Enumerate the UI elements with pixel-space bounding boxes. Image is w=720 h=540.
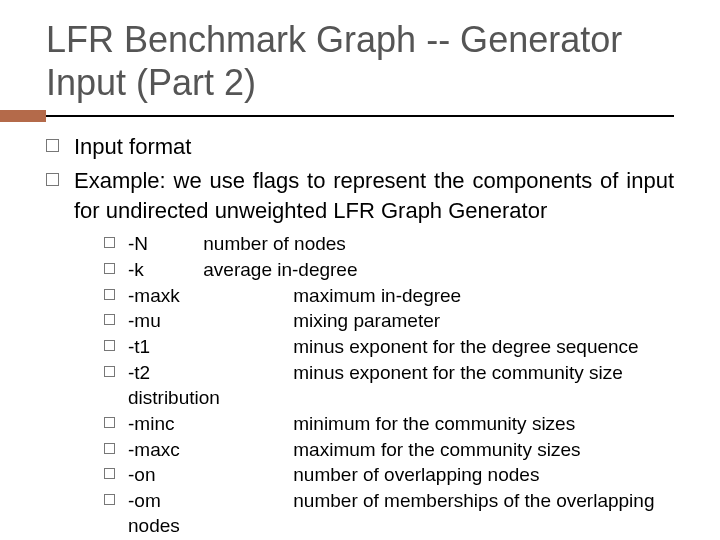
flag-desc: mixing parameter — [203, 308, 440, 334]
level1-list: Input format Example: we use flags to re… — [46, 132, 674, 539]
flag-item: -mu mixing parameter — [104, 308, 674, 334]
level1-item: Input format — [46, 132, 674, 162]
flag-desc: maximum in-degree — [203, 283, 461, 309]
flag-row: -t1 minus exponent for the degree sequen… — [128, 334, 674, 360]
flag-row: -N number of nodes — [128, 231, 674, 257]
flag-row: -on number of overlapping nodes — [128, 462, 674, 488]
title-rule-accent — [0, 110, 46, 122]
flag-row: -k average in-degree — [128, 257, 674, 283]
bullet-box-icon — [104, 366, 115, 377]
bullet-box-icon — [46, 139, 59, 152]
flag-name: -maxc — [128, 437, 198, 463]
flag-name: -t1 — [128, 334, 198, 360]
flag-item: -maxc maximum for the community sizes — [104, 437, 674, 463]
flag-row: -maxk maximum in-degree — [128, 283, 674, 309]
flag-row: -mu mixing parameter — [128, 308, 674, 334]
flag-item: -maxk maximum in-degree — [104, 283, 674, 309]
flag-list: -N number of nodes -k average in-degree … — [74, 231, 674, 539]
flag-row: -om number of memberships of the overlap… — [128, 488, 674, 514]
flag-desc: maximum for the community sizes — [203, 437, 580, 463]
slide-title: LFR Benchmark Graph -- Generator Input (… — [46, 18, 674, 104]
bullet-box-icon — [104, 314, 115, 325]
title-rule — [0, 110, 674, 114]
flag-name: -k — [128, 257, 198, 283]
flag-desc: minus exponent for the community size — [203, 360, 623, 386]
flag-desc: minimum for the community sizes — [203, 411, 575, 437]
flag-item: -om number of memberships of the overlap… — [104, 488, 674, 539]
flag-desc: number of nodes — [203, 231, 346, 257]
flag-name: -on — [128, 462, 198, 488]
slide: LFR Benchmark Graph -- Generator Input (… — [0, 0, 720, 540]
flag-row: -t2 minus exponent for the community siz… — [128, 360, 674, 386]
flag-name: -om — [128, 488, 198, 514]
bullet-box-icon — [46, 173, 59, 186]
level1-item: Example: we use flags to represent the c… — [46, 166, 674, 539]
flag-name: -mu — [128, 308, 198, 334]
bullet-box-icon — [104, 468, 115, 479]
flag-item: -minc minimum for the community sizes — [104, 411, 674, 437]
bullet-box-icon — [104, 263, 115, 274]
flag-item: -t2 minus exponent for the community siz… — [104, 360, 674, 411]
bullet-box-icon — [104, 494, 115, 505]
flag-row: -minc minimum for the community sizes — [128, 411, 674, 437]
flag-desc: minus exponent for the degree sequence — [203, 334, 638, 360]
flag-desc: average in-degree — [203, 257, 357, 283]
flag-item: -on number of overlapping nodes — [104, 462, 674, 488]
flag-name: -maxk — [128, 283, 198, 309]
flag-desc: number of overlapping nodes — [203, 462, 539, 488]
flag-cont: distribution — [128, 385, 674, 411]
flag-item: -k average in-degree — [104, 257, 674, 283]
level1-text: Example: we use flags to represent the c… — [74, 168, 674, 223]
flag-name: -minc — [128, 411, 198, 437]
flag-cont: nodes — [128, 513, 674, 539]
bullet-box-icon — [104, 340, 115, 351]
flag-row: -maxc maximum for the community sizes — [128, 437, 674, 463]
flag-name: -N — [128, 231, 198, 257]
flag-desc: number of memberships of the overlapping — [203, 488, 654, 514]
title-rule-line — [46, 115, 674, 117]
bullet-box-icon — [104, 417, 115, 428]
flag-name: -t2 — [128, 360, 198, 386]
flag-item: -N number of nodes — [104, 231, 674, 257]
level1-text: Input format — [74, 134, 191, 159]
bullet-box-icon — [104, 289, 115, 300]
bullet-box-icon — [104, 443, 115, 454]
flag-item: -t1 minus exponent for the degree sequen… — [104, 334, 674, 360]
bullet-box-icon — [104, 237, 115, 248]
